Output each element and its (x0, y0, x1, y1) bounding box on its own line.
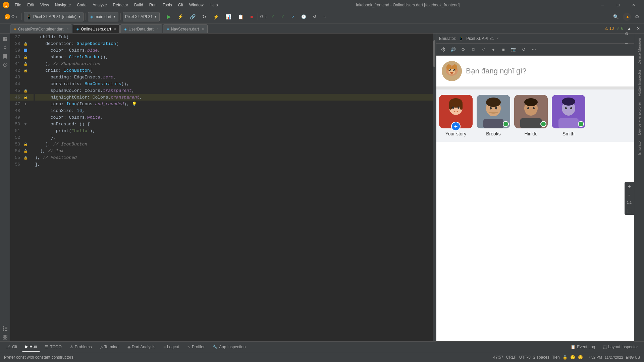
tab-create-post[interactable]: ◈ CreatePostContainer.dart × (10, 24, 72, 33)
fold-icon-50[interactable]: ▼ (24, 122, 28, 126)
menu-edit[interactable]: Edit (24, 2, 37, 8)
gutter-41: 🔒 (22, 62, 29, 66)
tab-close-icon[interactable]: × (66, 27, 68, 31)
emu-rotate-btn[interactable]: ⟳ (459, 46, 467, 54)
menu-git[interactable]: Git (175, 2, 186, 8)
pixel-xl-selector[interactable]: Pixel XL API 31 ▼ (123, 12, 160, 21)
bottom-tab-event-log[interactable]: 📋 Event Log (567, 342, 598, 352)
close-button[interactable]: ✕ (626, 0, 641, 10)
device-selector[interactable]: 📱 Pixel XL API 31 (mobile) ▼ (24, 12, 84, 21)
tab-close-icon-3[interactable]: × (157, 27, 159, 31)
indent-label[interactable]: 2 spaces (533, 355, 549, 360)
add-line-icon[interactable]: + (24, 102, 27, 107)
git-push-button[interactable]: ↗ (288, 12, 297, 21)
story-item-smith[interactable]: Smith (552, 95, 585, 136)
menu-analyze[interactable]: Analyze (90, 2, 110, 8)
sidebar-item-pull-requests[interactable] (1, 61, 9, 69)
right-tab-device-file-explorer[interactable]: Device File Explorer (636, 99, 643, 137)
minimize-button[interactable]: ─ (595, 0, 610, 10)
flutter-icon-btn[interactable]: ⚡ (210, 12, 221, 21)
sidebar-item-resource[interactable] (1, 333, 9, 341)
coverage-button[interactable]: 📋 (235, 12, 246, 21)
toolbar-on-btn[interactable]: A On (2, 12, 19, 21)
emu-more-btn[interactable]: ⋯ (530, 46, 538, 54)
menu-tools[interactable]: Tools (160, 2, 175, 8)
add-story-button[interactable]: + (451, 122, 461, 131)
attach-button[interactable]: 🔗 (187, 12, 198, 21)
bottom-tab-todo[interactable]: ☰ TODO (42, 342, 65, 352)
menu-build[interactable]: Build (131, 2, 146, 8)
lightbulb-icon[interactable]: 💡 (132, 102, 137, 106)
menu-window[interactable]: Window (186, 2, 206, 8)
git-history-button[interactable]: 🕐 (299, 12, 309, 21)
search-button[interactable]: 🔍 (610, 12, 622, 21)
emu-power-btn[interactable]: ⏻ (439, 46, 447, 54)
encoding[interactable]: UTF-8 (519, 355, 531, 360)
zoom-out-btn[interactable]: - (626, 191, 633, 198)
menu-file[interactable]: File (12, 2, 24, 8)
emu-reset-btn[interactable]: ↺ (520, 46, 528, 54)
sidebar-item-commit[interactable] (1, 44, 9, 52)
bottom-tab-app-inspection[interactable]: 🔧 App Inspection (209, 342, 249, 352)
post-placeholder[interactable]: Bạn đang nghĩ gì? (466, 67, 527, 75)
emulator-settings-btn[interactable]: ⚙ (622, 29, 631, 39)
emu-record-btn[interactable]: ● (489, 46, 497, 54)
debug-button[interactable]: ⚡ (175, 12, 186, 21)
bottom-tab-problems[interactable]: ⚠ Problems (66, 342, 95, 352)
sidebar-item-bookmarks[interactable] (1, 52, 9, 60)
main-dart-selector[interactable]: ◈ main.dart ▼ (88, 12, 118, 21)
cursor-position[interactable]: 47:57 (493, 355, 503, 360)
bottom-tab-run[interactable]: ▶ Run (22, 342, 40, 352)
settings-button[interactable]: ⚙ (632, 12, 642, 21)
menu-help[interactable]: Help (207, 2, 221, 8)
bottom-tab-layout-inspector[interactable]: ⬚ Layout Inspector (600, 342, 641, 352)
story-item-your-story[interactable]: + Your story (439, 95, 473, 136)
right-tab-emulator[interactable]: Emulator (636, 137, 643, 158)
menu-view[interactable]: View (38, 2, 52, 8)
tab-user-data[interactable]: ◈ UserData.dart × (120, 24, 162, 33)
emu-screenshot-btn[interactable]: 📷 (509, 46, 518, 54)
menu-refactor[interactable]: Refactor (110, 2, 131, 8)
bottom-tab-dart-analysis[interactable]: ◈ Dart Analysis (124, 342, 159, 352)
menu-run[interactable]: Run (147, 2, 159, 8)
scrollbar-thumb[interactable] (433, 40, 435, 67)
editor-scrollbar[interactable] (433, 34, 436, 341)
right-tab-device-manager[interactable]: Device Manager (636, 35, 643, 67)
right-tab-flutter-inspector[interactable]: Flutter Inspector (636, 67, 643, 99)
close-warnings-button[interactable]: ✕ (635, 24, 641, 33)
fit-screen-btn[interactable]: ⬚ (626, 207, 633, 214)
git-arrow-button[interactable]: ✓ (278, 12, 287, 21)
sidebar-item-structure[interactable] (1, 324, 9, 333)
line-ending[interactable]: CRLF (506, 355, 517, 360)
git-undo-button[interactable]: ↺ (310, 12, 319, 21)
story-item-hinkle[interactable]: Hinkle (514, 95, 548, 136)
emu-stop-btn[interactable]: ■ (499, 46, 507, 54)
run-button[interactable]: ▶ (164, 12, 173, 21)
zoom-in-btn[interactable]: + (626, 183, 633, 190)
menu-code[interactable]: Code (74, 2, 89, 8)
story-item-brooks[interactable]: Brooks (477, 95, 510, 136)
tab-nav-screen[interactable]: ◈ NavScreen.dart × (163, 24, 208, 33)
emu-back-btn[interactable]: ◁ (479, 46, 487, 54)
emu-fold-btn[interactable]: ⧉ (469, 46, 477, 54)
editor-area[interactable]: 37 38 🔒 39 40 🔒 (10, 34, 436, 341)
bottom-tab-profiler[interactable]: ∿ Profiler (184, 342, 208, 352)
tab-close-icon-2[interactable]: × (114, 27, 116, 31)
bottom-tab-terminal[interactable]: ▷ Terminal (97, 342, 123, 352)
profile-button[interactable]: 📊 (223, 12, 234, 21)
git-extra-button[interactable]: ⤷ (320, 12, 329, 21)
git-check-button[interactable]: ✓ (268, 12, 277, 21)
tab-close-icon-4[interactable]: × (202, 27, 204, 31)
bottom-tab-logcat[interactable]: ≡ Logcat (160, 342, 182, 352)
tab-online-users[interactable]: ◈ OnlineUsers.dart × (73, 24, 120, 33)
emulator-tab-close-icon[interactable]: × (497, 37, 499, 40)
update-button[interactable]: ▲ (623, 13, 631, 21)
sidebar-item-project[interactable] (1, 35, 9, 43)
reload-button[interactable]: ↻ (200, 12, 209, 21)
code-text-area[interactable]: child: Ink( decoration: ShapeDecoration(… (34, 34, 433, 341)
emu-volume-btn[interactable]: 🔊 (449, 46, 457, 54)
stop-button[interactable]: ■ (248, 12, 256, 21)
menu-navigate[interactable]: Navigate (52, 2, 73, 8)
maximize-button[interactable]: □ (610, 0, 626, 10)
bottom-tab-git[interactable]: ⎇ Git (3, 342, 20, 352)
